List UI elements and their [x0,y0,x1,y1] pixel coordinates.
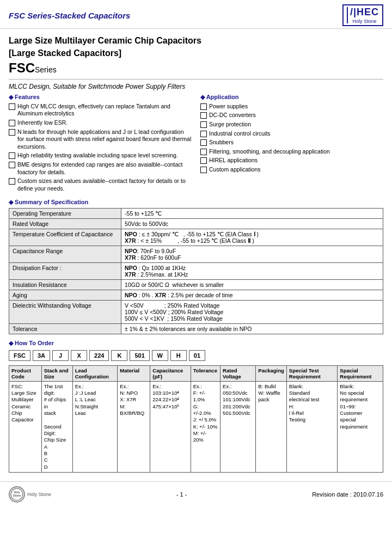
app-item: Custom applications [200,166,383,174]
order-box: W [152,350,168,361]
product-title-line1: Large Size Multilayer Ceramic Chip Capac… [9,35,383,47]
table-row: Insulation Resistance 10GΩ or 500/C Ω wh… [9,279,383,290]
cell-product: FSC:Large SizeMultilayerCeramicChipCapac… [9,381,42,472]
feature-item: BME designs for extended cap ranges are … [9,161,192,176]
feature-item: Custom sizes and values available--conta… [9,177,192,192]
series-name: FSC [9,60,35,75]
app-text: DC-DC converters [209,112,256,119]
checkbox-icon [9,152,15,159]
checkbox-icon [9,178,15,185]
spec-label: Insulation Resistance [9,279,121,290]
col-header-stack: Stack and Size [41,365,72,381]
checkbox-icon [200,149,207,155]
order-box: FSC [9,350,30,361]
order-header: ◆ How To Order [9,340,383,347]
spec-table: Operating Temperature -55 to +125 ℃ Rate… [9,208,383,334]
col-header-product: Product Code [9,365,42,381]
app-item: Industrial control circuits [200,130,383,138]
feature-text: N leads for through hole applications an… [17,128,192,151]
table-row: Operating Temperature -55 to +125 ℃ [9,208,383,218]
spec-label: Rated Voltage [9,218,121,229]
checkbox-icon [200,131,207,137]
spec-label: Tolerance [9,323,121,334]
order-box: X [71,350,87,361]
footer-revision: Revision date : 2010.07.16 [312,491,383,498]
table-row: Tolerance ± 1% & ± 2% tolerances are onl… [9,323,383,334]
table-row: Dissipation Factor : NPO : Q≥ 1000 at 1K… [9,262,383,279]
checkbox-icon [200,103,207,110]
checkbox-icon [200,121,207,128]
application-col: ◆ Application Power supplies DC-DC conve… [200,94,383,194]
spec-value: V <50V ; 250% Rated Voltage 100V ≤ V <50… [121,300,383,323]
feature-text: High CV MLCC design, effectively can rep… [17,103,192,118]
header-title: FSC Series-Stacked Capacitors [9,11,130,20]
spec-value: ± 1% & ± 2% tolerances are only availabl… [121,323,383,334]
footer-logo-text: Holy Stone [27,492,51,497]
app-item: Surge protection [200,121,383,128]
order-box: 01 [189,350,205,361]
order-table: Product Code Stack and Size Lead Configu… [9,365,383,473]
footer-logo-icon: Holy Stone [9,486,25,503]
page-header: FSC Series-Stacked Capacitors /|HEC Holy… [0,0,392,29]
spec-value: NPO : Q≥ 1000 at 1KHz X7R : 2.5%max. at … [121,262,383,279]
cell-packaging: B: BulklW: Wafflepack [256,381,287,472]
logo-box: /|HEC Holy Stone [342,4,383,26]
checkbox-icon [9,103,15,110]
table-row: Aging NPO : 0% . X7R : 2.5% per decade o… [9,290,383,300]
checkbox-icon [9,162,15,168]
col-header-lead: Lead Configuration [72,365,118,381]
cell-voltage: Ex.:050:50Vdc101:100Vdc201:200Vdc501:500… [220,381,256,472]
series-title: FSCSeries [9,60,383,76]
features-header: ◆ Features [9,94,192,101]
app-item: DC-DC converters [200,112,383,119]
app-text: Industrial control circuits [209,130,271,138]
app-text: Snubbers [209,139,234,146]
cell-material: Ex.:N: NPOX: X7RM: BX/BR/BQ [118,381,150,472]
product-subtitle: MLCC Design, Suitable for Switchmode Pow… [9,83,383,90]
spec-label: Temperature Coefficient of Capacitance [9,229,121,246]
series-sub: Series [35,65,57,74]
order-box: H [170,350,187,361]
spec-label: Dielectric Withstanding Voltage [9,300,121,323]
spec-label: Dissipation Factor : [9,262,121,279]
table-row: Temperature Coefficient of Capacitance N… [9,229,383,246]
feature-item: Inherently low ESR. [9,119,192,127]
product-title-line2: [Large Stacked Capacitors] [9,48,383,59]
spec-value: 10GΩ or 500/C Ω whichever is smaller [121,279,383,290]
summary-header: ◆ Summary of Specification [9,199,383,206]
checkbox-icon [200,112,207,119]
order-box: 3A [33,350,50,361]
logo-hs-text: Holy Stone [350,19,379,24]
cell-special-req: Blank:No specialrequirement01~99:Custome… [338,381,383,472]
col-header-tolerance: Tolerance [191,365,220,381]
spec-value: NPO: 70nF to 9.0uF X7R : 620nF to 600uF [121,246,383,262]
table-row: Capacitance Range NPO: 70nF to 9.0uF X7R… [9,246,383,262]
table-row: Rated Voltage 50Vdc to 500Vdc [9,218,383,229]
cell-lead: Ex.:J :J LeadL :L LeacN:StraightLeac [72,381,118,472]
feature-item: High reliability testing available inclu… [9,152,192,160]
footer-logo: Holy Stone Holy Stone [9,486,51,503]
col-header-special-test: Special Test Requirement [286,365,338,381]
footer-page-number: - 1 - [176,491,187,498]
spec-value: NPO : 0% . X7R : 2.5% per decade of time [121,290,383,300]
app-item: Power supplies [200,103,383,111]
spec-value: NPO : ≤ ± 30ppm/ ℃ , -55 to +125 ℃ (EIA … [121,229,383,246]
col-header-voltage: Rated Voltage [220,365,256,381]
feature-text: High reliability testing available inclu… [17,152,178,160]
divider [9,79,383,79]
app-item: HIREL applications [200,157,383,164]
features-application-section: ◆ Features High CV MLCC design, effectiv… [9,94,383,194]
order-box: K [111,350,127,361]
checkbox-icon [200,139,207,146]
spec-value: -55 to +125 ℃ [121,208,383,218]
feature-text: Inherently low ESR. [17,119,68,127]
order-box: J [52,350,69,361]
table-row: FSC:Large SizeMultilayerCeramicChipCapac… [9,381,383,472]
feature-text: Custom sizes and values available--conta… [17,177,192,192]
spec-label: Aging [9,290,121,300]
features-col: ◆ Features High CV MLCC design, effectiv… [9,94,192,194]
col-header-packaging: Packaging [256,365,287,381]
page-footer: Holy Stone Holy Stone - 1 - Revision dat… [0,481,392,507]
app-text: Custom applications [209,166,261,174]
app-item: Snubbers [200,139,383,146]
